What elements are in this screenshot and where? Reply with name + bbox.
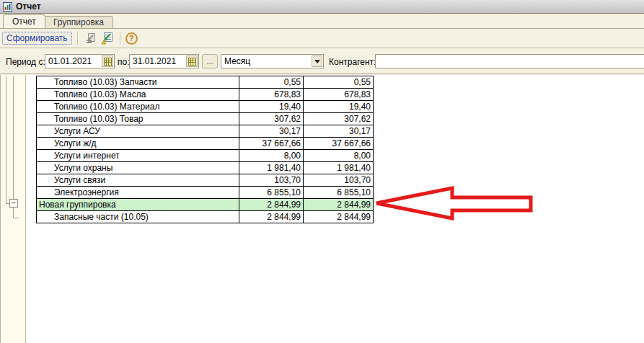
table-row[interactable]: Топливо (10.03) Масла 678,83 678,83: [37, 89, 374, 101]
table-row[interactable]: Электроэнергия 6 855,10 6 855,10: [37, 187, 374, 199]
row-category-cell[interactable]: Услуги охраны: [37, 162, 239, 174]
collapse-group-button[interactable]: −: [9, 199, 18, 208]
table-row[interactable]: Услуги охраны 1 981,40 1 981,40: [37, 162, 374, 174]
table-row[interactable]: Услуги ж/д 37 667,66 37 667,66: [37, 138, 374, 150]
row-amount-total-cell[interactable]: 19,40: [304, 101, 374, 113]
dropdown-button[interactable]: [312, 55, 322, 67]
grouping-margin-panel: [0, 75, 26, 343]
help-icon: ?: [129, 34, 134, 43]
tab-grouping[interactable]: Группировка: [44, 16, 113, 28]
row-amount-total-cell[interactable]: 0,55: [304, 76, 374, 89]
table-row[interactable]: Услуги интернет 8,00 8,00: [37, 150, 374, 162]
table-row[interactable]: Запасные части (10.05) 2 844,99 2 844,99: [37, 211, 374, 223]
table-row[interactable]: Топливо (10.03) Товар 307,62 307,62: [37, 113, 374, 125]
table-row[interactable]: Услуги связи 103,70 103,70: [37, 174, 374, 187]
row-category-cell[interactable]: Топливо (10.03) Масла: [37, 89, 239, 101]
period-to-label: по:: [118, 57, 130, 67]
tab-report[interactable]: Отчет: [3, 14, 45, 28]
toolbar: Сформировать ?: [0, 29, 644, 48]
row-amount-cell[interactable]: 678,83: [239, 89, 304, 101]
row-amount-cell[interactable]: 2 844,99: [239, 199, 304, 211]
row-amount-total-cell[interactable]: 678,83: [304, 89, 374, 101]
output-disabled-button[interactable]: [83, 32, 97, 45]
row-amount-total-cell[interactable]: 2 844,99: [304, 199, 374, 211]
row-amount-cell[interactable]: 2 844,99: [239, 211, 304, 223]
row-category-cell[interactable]: Услуги связи: [37, 174, 239, 187]
export-to-spreadsheet-icon: [101, 32, 113, 45]
calendar-picker-button[interactable]: [186, 55, 198, 67]
row-amount-cell[interactable]: 8,00: [239, 150, 304, 162]
calendar-icon: [104, 58, 112, 66]
report-chart-icon: [3, 2, 12, 12]
toolbar-separator: [120, 32, 120, 45]
tab-report-label: Отчет: [12, 17, 36, 27]
export-to-spreadsheet-button[interactable]: [100, 32, 115, 45]
row-category-cell[interactable]: Услуги АСУ: [37, 125, 239, 138]
row-amount-cell[interactable]: 19,40: [239, 101, 304, 113]
calendar-icon: [188, 58, 196, 66]
counterparty-label: Контрагент:: [329, 57, 376, 67]
chevron-down-icon: [314, 60, 320, 63]
report-sheet: − Топливо (10.03) Запчасти 0,55 0,55 Топ…: [0, 75, 644, 343]
counterparty-input[interactable]: [375, 54, 644, 68]
tab-grouping-label: Группировка: [53, 17, 104, 27]
period-kind-select[interactable]: Месяц: [221, 54, 324, 68]
row-amount-cell[interactable]: 307,62: [239, 113, 304, 125]
period-to-input[interactable]: 31.01.2021: [129, 54, 199, 68]
row-amount-cell[interactable]: 37 667,66: [239, 138, 304, 150]
row-amount-total-cell[interactable]: 8,00: [304, 150, 374, 162]
report-window: Отчет Отчет Группировка Сформировать: [0, 0, 644, 343]
row-amount-total-cell[interactable]: 2 844,99: [304, 211, 374, 223]
row-amount-cell[interactable]: 30,17: [239, 125, 304, 138]
row-category-cell[interactable]: Топливо (10.03) Материал: [37, 101, 239, 113]
row-category-cell[interactable]: Топливо (10.03) Запчасти: [37, 76, 239, 89]
row-category-cell[interactable]: Электроэнергия: [37, 187, 239, 199]
row-category-cell[interactable]: Новая группировка: [37, 199, 239, 211]
period-from-label: Период с:: [6, 57, 45, 67]
table-row[interactable]: Топливо (10.03) Материал 19,40 19,40: [37, 101, 374, 113]
period-from-input[interactable]: 01.01.2021: [45, 54, 115, 68]
row-amount-total-cell[interactable]: 37 667,66: [304, 138, 374, 150]
filter-panel: Период с: 01.01.2021 по: 31.01.2021: [0, 48, 644, 74]
help-button[interactable]: ?: [125, 32, 138, 45]
row-category-cell[interactable]: Услуги ж/д: [37, 138, 239, 150]
row-amount-cell[interactable]: 6 855,10: [239, 187, 304, 199]
row-amount-cell[interactable]: 0,55: [239, 76, 304, 89]
row-amount-total-cell[interactable]: 103,70: [304, 174, 374, 187]
row-category-cell[interactable]: Топливо (10.03) Товар: [37, 113, 239, 125]
period-kind-value: Месяц: [224, 56, 312, 66]
generate-report-button[interactable]: Сформировать: [2, 32, 72, 45]
toolbar-separator: [77, 32, 78, 45]
row-amount-total-cell[interactable]: 6 855,10: [304, 187, 374, 199]
row-amount-total-cell[interactable]: 30,17: [304, 125, 374, 138]
report-table-body: Топливо (10.03) Запчасти 0,55 0,55 Топли…: [37, 76, 374, 223]
period-more-button[interactable]: ...: [202, 54, 218, 68]
output-disabled-icon: [84, 32, 96, 44]
table-row[interactable]: Услуги АСУ 30,17 30,17: [37, 125, 374, 138]
period-to-value: 31.01.2021: [133, 56, 186, 66]
calendar-picker-button[interactable]: [102, 55, 113, 67]
table-row[interactable]: Топливо (10.03) Запчасти 0,55 0,55: [37, 76, 374, 89]
row-amount-cell[interactable]: 1 981,40: [239, 162, 304, 174]
row-amount-cell[interactable]: 103,70: [239, 174, 304, 187]
row-category-cell[interactable]: Услуги интернет: [37, 150, 239, 162]
report-table: Топливо (10.03) Запчасти 0,55 0,55 Топли…: [36, 76, 374, 223]
window-title: Отчет: [16, 1, 41, 12]
tab-strip: Отчет Группировка: [0, 14, 644, 29]
minus-icon: −: [12, 200, 16, 207]
period-from-value: 01.01.2021: [48, 56, 102, 66]
row-amount-total-cell[interactable]: 307,62: [304, 113, 374, 125]
table-row[interactable]: Новая группировка 2 844,99 2 844,99: [37, 199, 374, 211]
row-category-cell[interactable]: Запасные части (10.05): [37, 211, 239, 223]
window-titlebar: Отчет: [0, 0, 644, 14]
row-amount-total-cell[interactable]: 1 981,40: [304, 162, 374, 174]
